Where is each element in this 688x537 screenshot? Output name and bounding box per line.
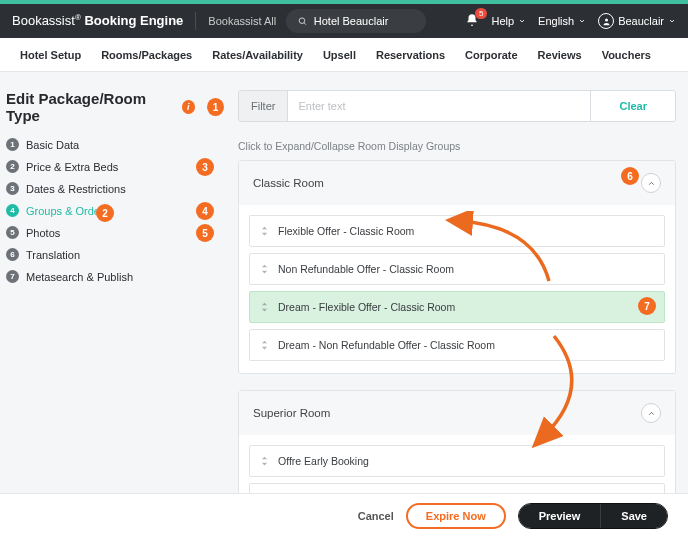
info-icon[interactable]: i: [182, 100, 195, 114]
nav-hotel-setup[interactable]: Hotel Setup: [10, 38, 91, 72]
step-num: 3: [6, 182, 19, 195]
nav-reservations[interactable]: Reservations: [366, 38, 455, 72]
expire-now-button[interactable]: Expire Now: [406, 503, 506, 529]
drag-handle-icon: [260, 300, 269, 314]
chevron-down-icon: [518, 17, 526, 25]
svg-line-1: [304, 22, 306, 24]
annotation-1: 1: [207, 98, 224, 116]
step-price-extra-beds[interactable]: 2Price & Extra Beds 3: [6, 160, 224, 173]
filter-label: Filter: [239, 91, 288, 121]
group-items: Flexible Offer - Classic Room Non Refund…: [239, 205, 675, 373]
group-header[interactable]: Classic Room 6: [239, 161, 675, 205]
brand: Bookassist® Booking Engine: [12, 13, 183, 28]
group-title: Classic Room: [253, 177, 641, 189]
group-title: Superior Room: [253, 407, 641, 419]
language-link[interactable]: English: [538, 15, 586, 27]
brand-reg: ®: [75, 13, 81, 22]
offer-item[interactable]: Offre Early Booking: [249, 445, 665, 477]
step-label: Price & Extra Beds: [26, 161, 118, 173]
language-label: English: [538, 15, 574, 27]
expand-collapse-hint: Click to Expand/Collapse Room Display Gr…: [238, 140, 676, 152]
chevron-down-icon: [578, 17, 586, 25]
main-content: Filter Clear Click to Expand/Collapse Ro…: [238, 90, 676, 537]
offer-item[interactable]: Dream - Non Refundable Offer - Classic R…: [249, 329, 665, 361]
cancel-button[interactable]: Cancel: [358, 510, 394, 522]
drag-handle-icon: [260, 338, 269, 352]
offer-label: Dream - Non Refundable Offer - Classic R…: [278, 339, 495, 351]
brand-prefix: Bookassist: [12, 14, 75, 29]
step-groups-order[interactable]: 4Groups & Order 2 4: [6, 204, 224, 217]
offer-label: Non Refundable Offer - Classic Room: [278, 263, 454, 275]
annotation-4: 4: [196, 202, 214, 220]
nav-rooms-packages[interactable]: Rooms/Packages: [91, 38, 202, 72]
filter-input[interactable]: [288, 91, 590, 121]
drag-handle-icon: [260, 224, 269, 238]
collapse-button[interactable]: [641, 173, 661, 193]
drag-handle-icon: [260, 262, 269, 276]
offer-item[interactable]: Flexible Offer - Classic Room: [249, 215, 665, 247]
annotation-5: 5: [196, 224, 214, 242]
step-num: 2: [6, 160, 19, 173]
nav-corporate[interactable]: Corporate: [455, 38, 528, 72]
step-label: Groups & Order: [26, 205, 104, 217]
step-label: Metasearch & Publish: [26, 271, 133, 283]
svg-point-0: [299, 17, 305, 23]
step-num: 7: [6, 270, 19, 283]
step-label: Basic Data: [26, 139, 79, 151]
avatar-icon: [598, 13, 614, 29]
search-input[interactable]: [314, 15, 414, 27]
sidebar: Edit Package/Room Type i 1 1Basic Data 2…: [6, 90, 224, 537]
help-link[interactable]: Help: [491, 15, 526, 27]
step-list: 1Basic Data 2Price & Extra Beds 3 3Dates…: [6, 138, 224, 283]
offer-item[interactable]: Non Refundable Offer - Classic Room: [249, 253, 665, 285]
help-label: Help: [491, 15, 514, 27]
group-classic-room: Classic Room 6 Flexible Offer - Classic …: [238, 160, 676, 374]
step-label: Dates & Restrictions: [26, 183, 126, 195]
step-basic-data[interactable]: 1Basic Data: [6, 138, 224, 151]
user-menu[interactable]: Beauclair: [598, 13, 676, 29]
drag-handle-icon: [260, 454, 269, 468]
offer-label: Offre Early Booking: [278, 455, 369, 467]
step-num: 5: [6, 226, 19, 239]
collapse-button[interactable]: [641, 403, 661, 423]
search-icon: [298, 16, 308, 27]
clear-button[interactable]: Clear: [590, 91, 675, 121]
annotation-3: 3: [196, 158, 214, 176]
user-label: Beauclair: [618, 15, 664, 27]
preview-button[interactable]: Preview: [519, 504, 601, 528]
nav-rates-availability[interactable]: Rates/Availability: [202, 38, 313, 72]
step-metasearch-publish[interactable]: 7Metasearch & Publish: [6, 270, 224, 283]
search-wrap[interactable]: [286, 9, 426, 33]
step-num: 1: [6, 138, 19, 151]
top-nav: Hotel Setup Rooms/Packages Rates/Availab…: [0, 38, 688, 72]
annotation-7: 7: [638, 297, 656, 315]
filter-bar: Filter Clear: [238, 90, 676, 122]
nav-reviews[interactable]: Reviews: [528, 38, 592, 72]
step-label: Translation: [26, 249, 80, 261]
offer-item-highlighted[interactable]: Dream - Flexible Offer - Classic Room 7: [249, 291, 665, 323]
chevron-down-icon: [668, 17, 676, 25]
step-dates-restrictions[interactable]: 3Dates & Restrictions: [6, 182, 224, 195]
notifications-badge: 5: [475, 8, 487, 19]
separator: [195, 12, 196, 30]
brand-suffix: Booking Engine: [84, 14, 183, 29]
step-num: 4: [6, 204, 19, 217]
svg-point-2: [605, 18, 608, 21]
footer-bar: Cancel Expire Now Preview Save: [0, 493, 688, 537]
save-group: Preview Save: [518, 503, 668, 529]
step-photos[interactable]: 5Photos 5: [6, 226, 224, 239]
step-num: 6: [6, 248, 19, 261]
nav-upsell[interactable]: Upsell: [313, 38, 366, 72]
app-header: Bookassist® Booking Engine Bookassist Al…: [0, 4, 688, 38]
notifications-button[interactable]: 5: [465, 13, 479, 29]
step-label: Photos: [26, 227, 60, 239]
offer-label: Dream - Flexible Offer - Classic Room: [278, 301, 455, 313]
scope-label[interactable]: Bookassist All: [208, 15, 276, 27]
page-title: Edit Package/Room Type: [6, 90, 176, 124]
group-header[interactable]: Superior Room: [239, 391, 675, 435]
nav-vouchers[interactable]: Vouchers: [592, 38, 661, 72]
offer-label: Flexible Offer - Classic Room: [278, 225, 414, 237]
save-button[interactable]: Save: [600, 504, 667, 528]
step-translation[interactable]: 6Translation: [6, 248, 224, 261]
